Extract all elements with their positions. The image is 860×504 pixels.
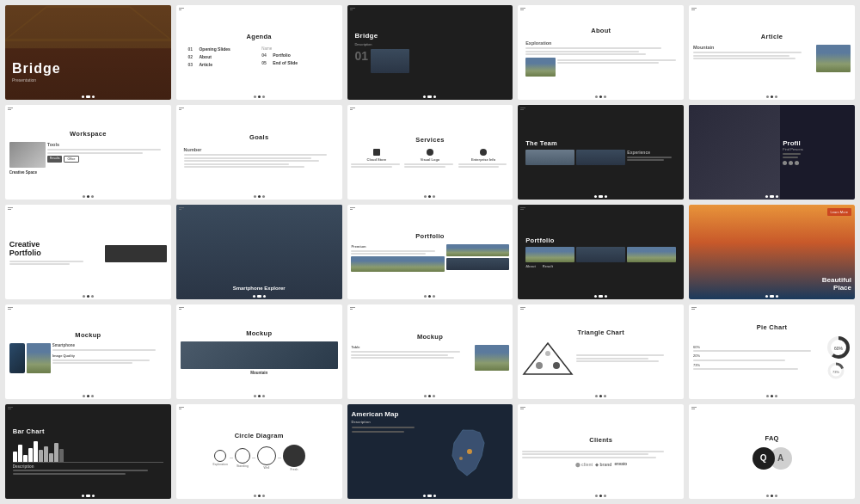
map-svg xyxy=(437,426,497,477)
client-logo-3: envato xyxy=(614,462,627,466)
slide-workspace[interactable]: Workspace Tools Results Office Creative … xyxy=(5,105,171,200)
map-title: American Map xyxy=(352,410,421,418)
svg-text:73%: 73% xyxy=(832,370,839,374)
svg-point-10 xyxy=(467,449,472,454)
mockup1-sub: Image Quality xyxy=(52,353,167,358)
slide-goals[interactable]: Goals Number xyxy=(176,105,342,200)
slide-circle-diagram[interactable]: Circle Diagram Exploration Standing Well… xyxy=(176,404,342,499)
slide-bar-chart[interactable]: Bar Chart Description xyxy=(5,404,171,499)
slide-article[interactable]: Article Mountain xyxy=(689,5,855,100)
bridge-title: Bridge xyxy=(12,62,61,76)
slide-mockup1[interactable]: Mockup Smartphone Image Quality xyxy=(5,304,171,399)
slide-indicator xyxy=(766,95,777,98)
slide-indicator xyxy=(83,195,94,198)
slide-triangle-chart[interactable]: Triangle Chart xyxy=(518,304,684,399)
corner-icon xyxy=(179,8,184,13)
slide-about[interactable]: About Exploration xyxy=(518,5,684,100)
slide-smartphone[interactable]: Smartphone Explorer xyxy=(176,205,342,299)
slide-grid: Bridge Presentation Agenda 01Opening Sli… xyxy=(0,0,860,504)
portfolio2-label2: Result xyxy=(543,264,553,268)
social-icon-1 xyxy=(783,161,787,165)
slide-indicator xyxy=(595,395,606,397)
creative-title: CreativePortfolio xyxy=(9,241,102,258)
slide-indicator xyxy=(82,95,95,98)
connector-1 xyxy=(230,458,233,458)
portfolio-dark-box xyxy=(105,245,167,262)
service-icon-1 xyxy=(373,149,380,156)
agenda-content: 01Opening Slides 02About 03Article Name … xyxy=(184,43,334,73)
slide-profil[interactable]: Profil Find Persons xyxy=(689,105,855,200)
slide-theteam[interactable]: The Team Experience xyxy=(518,105,684,200)
team-img-1 xyxy=(525,150,574,165)
triangle-title: Triangle Chart xyxy=(577,329,624,336)
profil-label: Find Persons xyxy=(783,147,803,151)
slide-indicator xyxy=(595,95,606,98)
workspace-btn1[interactable]: Results xyxy=(47,156,63,163)
workspace-btn2[interactable]: Office xyxy=(64,156,78,163)
pie-item-2: 20% xyxy=(693,353,824,358)
portfolio2-img1 xyxy=(525,247,574,262)
pie-chart-svg-1: 60% xyxy=(826,335,851,360)
corner-icon xyxy=(8,307,13,312)
services-title: Services xyxy=(415,136,444,144)
slide-indicator xyxy=(765,195,778,198)
goals-title: Goals xyxy=(249,133,268,141)
portfolio1-img3 xyxy=(446,258,508,270)
slide-beautiful-place[interactable]: Learn More BeautifulPlace xyxy=(689,205,855,299)
slide-creative-portfolio[interactable]: CreativePortfolio xyxy=(5,205,171,299)
theteam-label: Experience xyxy=(627,150,676,155)
theteam-title: The Team xyxy=(525,139,676,147)
corner-icon xyxy=(691,407,697,412)
corner-icon xyxy=(350,207,355,212)
workspace-title: Workspace xyxy=(70,130,107,138)
clients-title: Clients xyxy=(589,436,612,444)
slide-indicator xyxy=(254,495,265,497)
slide-indicator xyxy=(766,395,777,397)
map-label: Description xyxy=(352,420,421,424)
faq-title: FAQ xyxy=(765,434,778,442)
workspace-label: Creative Space xyxy=(9,170,167,175)
connector-2 xyxy=(252,458,255,458)
corner-icon xyxy=(8,108,13,113)
slide-indicator xyxy=(83,395,94,397)
slide-mockup3[interactable]: Mockup Table xyxy=(347,304,513,399)
svg-point-1 xyxy=(536,362,543,369)
slide-indicator xyxy=(595,495,606,497)
circle-label-2: Standing xyxy=(236,464,249,468)
bar-title: Bar Chart xyxy=(13,427,163,435)
slide-indicator xyxy=(594,295,607,298)
pie-chart-svg-2: 73% xyxy=(826,361,845,380)
beautiful-place-badge: Learn More xyxy=(827,208,851,216)
slide-services[interactable]: Services Cloud Store Visual Logo Enterpr… xyxy=(347,105,513,200)
slide-faq[interactable]: FAQ Q A xyxy=(689,404,855,499)
workspace-image xyxy=(9,142,46,168)
slide-bridge[interactable]: Bridge Presentation xyxy=(5,5,171,100)
bar-chart-area xyxy=(13,438,163,462)
slide-agenda[interactable]: Agenda 01Opening Slides 02About 03Articl… xyxy=(176,5,342,100)
slide-indicator xyxy=(594,195,607,198)
slide-portfolio2[interactable]: Portfolio About Result xyxy=(518,205,684,299)
faq-q-label: Q xyxy=(760,453,767,463)
connector-3 xyxy=(278,458,281,458)
bridge2-image xyxy=(371,49,409,73)
slide-pie-chart[interactable]: Pie Chart 60% 20% 73% 60% 73% xyxy=(689,304,855,399)
slide-american-map[interactable]: American Map Description xyxy=(347,404,513,499)
slide-clients[interactable]: Clients ⬤ client ◆ brand envato xyxy=(518,404,684,499)
circle-title: Circle Diagram xyxy=(235,432,284,439)
portfolio2-img3 xyxy=(627,247,676,262)
mockup1-title: Mockup xyxy=(75,331,101,339)
mockup3-label: Table xyxy=(351,345,472,349)
slide-bridge2[interactable]: Bridge Description 01 xyxy=(347,5,513,100)
mockup2-label: Mountain xyxy=(181,371,338,375)
pie-title: Pie Chart xyxy=(757,323,788,331)
about-content: Exploration xyxy=(522,39,679,78)
slide-portfolio1[interactable]: Portfolio Premium xyxy=(347,205,513,299)
svg-marker-0 xyxy=(524,343,572,374)
corner-icon xyxy=(179,307,184,312)
slide-mockup2[interactable]: Mockup Mountain xyxy=(176,304,342,399)
portfolio1-img1 xyxy=(351,256,445,272)
circle-label-3: Well xyxy=(264,466,270,470)
client-logo-2: ◆ brand xyxy=(595,462,611,467)
corner-icon xyxy=(691,8,697,13)
svg-text:60%: 60% xyxy=(834,346,844,351)
